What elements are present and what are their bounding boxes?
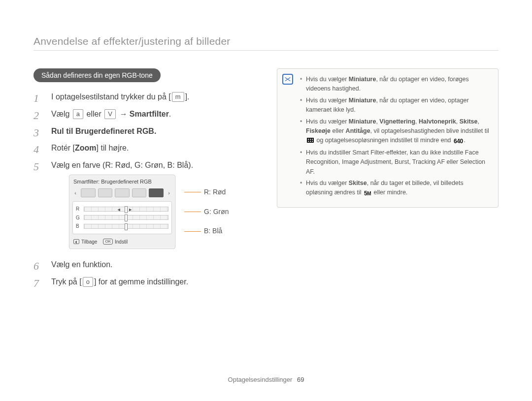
filter-chip <box>115 188 130 197</box>
step-3: Rul til Brugerdefineret RGB. <box>33 125 250 138</box>
res-640-icon: 640 <box>454 137 463 146</box>
svg-rect-6 <box>312 141 313 142</box>
note-text: Hvis du vælger <box>306 180 349 186</box>
footer-section: Optagelsesindstillinger <box>228 376 293 383</box>
note-icon <box>282 74 293 85</box>
step-text: Vælg en funktion. <box>51 260 113 269</box>
slider-thumb <box>125 215 128 221</box>
note-text: eller mindre. <box>372 189 407 196</box>
step-6: Vælg en funktion. <box>33 259 250 271</box>
slider-r: ◄ ► <box>84 207 168 212</box>
note-text: Hvis du vælger <box>306 76 349 83</box>
content-columns: Sådan defineres din egen RGB-tone I opta… <box>33 68 499 293</box>
step-text: ]. <box>185 93 190 101</box>
note-item: Hvis du vælger Miniature, når du optager… <box>300 75 490 94</box>
svg-rect-4 <box>308 141 309 142</box>
icon-photo-mode: a <box>73 109 83 119</box>
filter-chip <box>132 188 147 197</box>
note-bold: Antitåge <box>346 127 370 134</box>
callout-b: B: Blå <box>184 226 229 237</box>
back-icon <box>73 239 79 244</box>
filter-chip-active <box>149 188 164 197</box>
callout-line <box>184 192 201 192</box>
camera-footer: Tilbage OKIndstil <box>69 236 175 249</box>
ok-icon: OK <box>103 239 113 245</box>
callout-label: G: Grøn <box>204 207 229 217</box>
page-footer: Optagelsesindstillinger 69 <box>0 376 532 383</box>
svg-rect-1 <box>308 139 309 140</box>
slider-thumb <box>125 206 128 213</box>
camera-set: OKIndstil <box>103 238 128 246</box>
note-bold: Miniature <box>349 76 376 83</box>
page-title: Anvendelse af effekter/justering af bill… <box>33 35 499 47</box>
camera-preview-wrap: Smartfilter: Brugerdefineret RGB ‹ › <box>69 175 250 249</box>
note-text: , <box>415 118 419 125</box>
key-m: m <box>172 92 184 102</box>
steps-list: I optagelsestilstand trykker du på [m]. … <box>33 91 250 288</box>
res-5m-icon: 5M <box>364 189 371 198</box>
note-text: Hvis du vælger <box>306 97 349 104</box>
step-text: . <box>169 110 171 118</box>
svg-rect-3 <box>312 139 313 140</box>
callout-line <box>184 212 201 212</box>
note-list: Hvis du vælger Miniature, når du optager… <box>300 75 490 198</box>
step-text: Rul til Brugerdefineret RGB. <box>51 127 156 135</box>
step-2: Vælg a eller V→Smartfilter. <box>33 108 250 121</box>
note-bold: Skitse <box>349 180 367 186</box>
chevron-left-icon: ‹ <box>72 189 78 197</box>
step-text: Rotér [ <box>51 144 75 152</box>
slider-row-b: B <box>76 222 168 230</box>
callout-g: G: Grøn <box>184 207 229 217</box>
camera-title: Smartfilter: Brugerdefineret RGB <box>69 175 175 188</box>
page-number: 69 <box>297 376 304 383</box>
note-box: Hvis du vælger Miniature, når du optager… <box>277 68 499 208</box>
note-item: Hvis du indstiller Smart Filter-effekter… <box>300 148 490 177</box>
svg-rect-2 <box>310 139 311 140</box>
slider-row-g: G <box>76 214 168 222</box>
note-item: Hvis du vælger Miniature, Vignettering, … <box>300 117 490 146</box>
slider-label-g: G <box>76 214 81 222</box>
note-text: eller <box>331 127 346 134</box>
note-item: Hvis du vælger Skitse, når du tager et b… <box>300 179 490 198</box>
note-bold: Miniature <box>349 118 376 125</box>
note-bold: Vignettering <box>379 118 415 125</box>
step-text: I optagelsestilstand trykker du på [ <box>51 93 171 101</box>
step-text: ] til højre. <box>97 144 129 152</box>
note-item: Hvis du vælger Miniature, når du optager… <box>300 96 490 115</box>
callout-line <box>184 231 201 232</box>
step-7: Tryk på [o] for at gemme indstillinger. <box>33 276 250 288</box>
camera-back-label: Tilbage <box>81 238 97 246</box>
note-text: , <box>478 118 479 125</box>
right-column: Hvis du vælger Miniature, når du optager… <box>277 68 499 293</box>
callout-label: R: Rød <box>204 187 226 198</box>
step-text: Vælg <box>51 110 72 118</box>
note-text: Hvis du indstiller Smart Filter-effekter… <box>306 149 485 175</box>
callout-r: R: Rød <box>184 187 229 198</box>
left-column: Sådan defineres din egen RGB-tone I opta… <box>33 68 250 293</box>
menu-smartfilter: Smartfilter <box>130 110 169 118</box>
step-text: eller <box>84 110 103 118</box>
framerate-icon <box>307 137 314 143</box>
note-text: Hvis du vælger <box>306 118 349 125</box>
slider-g <box>84 215 168 220</box>
note-bold: Skitse <box>460 118 478 125</box>
note-bold: Miniature <box>349 97 376 104</box>
chevron-right-icon: › <box>166 189 172 197</box>
filter-chip <box>81 188 96 197</box>
note-bold: Fiskeøje <box>306 127 331 134</box>
arrow-icon: → <box>120 110 128 118</box>
note-text: , <box>456 118 460 125</box>
key-zoom: Zoom <box>75 144 97 152</box>
slider-label-b: B <box>76 222 81 230</box>
slider-thumb <box>125 223 128 230</box>
camera-back: Tilbage <box>73 238 97 246</box>
rgb-sliders: R ◄ ► G B <box>72 201 172 234</box>
svg-rect-0 <box>307 138 314 143</box>
note-text: , vil optagelseshastigheden blive indsti… <box>370 127 489 134</box>
step-text: Tryk på [ <box>51 278 82 286</box>
title-rule <box>33 50 499 51</box>
section-pill: Sådan defineres din egen RGB-tone <box>33 68 161 82</box>
step-text: ] for at gemme indstillinger. <box>94 278 188 286</box>
camera-screen: Smartfilter: Brugerdefineret RGB ‹ › <box>69 175 175 249</box>
filter-chip <box>98 188 113 197</box>
